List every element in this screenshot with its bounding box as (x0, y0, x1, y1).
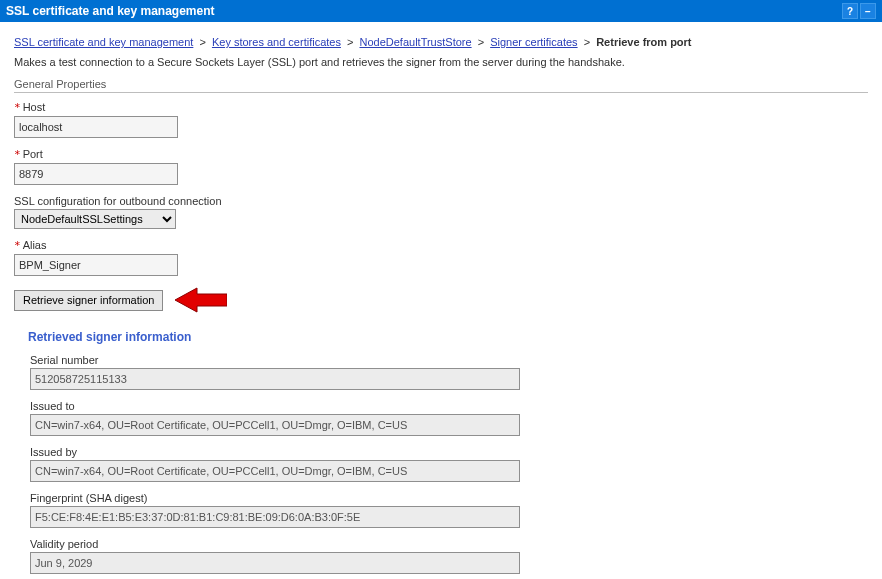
help-button[interactable]: ? (842, 3, 858, 19)
port-label-text: Port (23, 148, 43, 160)
port-label: *Port (14, 148, 868, 161)
field-issuedto: Issued to CN=win7-x64, OU=Root Certifica… (30, 400, 868, 436)
field-serial: Serial number 512058725115133 (30, 354, 868, 390)
field-host: *Host (14, 101, 868, 138)
port-input[interactable] (14, 163, 178, 185)
breadcrumb-link-ssl[interactable]: SSL certificate and key management (14, 36, 193, 48)
sslconf-label: SSL configuration for outbound connectio… (14, 195, 868, 207)
alias-input[interactable] (14, 254, 178, 276)
content-area: SSL certificate and key management > Key… (0, 22, 882, 579)
minimize-button[interactable]: − (860, 3, 876, 19)
alias-label: *Alias (14, 239, 868, 252)
retrieved-block: Serial number 512058725115133 Issued to … (14, 354, 868, 574)
fingerprint-label: Fingerprint (SHA digest) (30, 492, 868, 504)
serial-value: 512058725115133 (30, 368, 520, 390)
page-description: Makes a test connection to a Secure Sock… (14, 56, 868, 68)
breadcrumb-sep: > (478, 36, 484, 48)
issuedby-value: CN=win7-x64, OU=Root Certificate, OU=PCC… (30, 460, 520, 482)
host-label: *Host (14, 101, 868, 114)
titlebar: SSL certificate and key management ? − (0, 0, 882, 22)
host-input[interactable] (14, 116, 178, 138)
host-label-text: Host (23, 101, 46, 113)
retrieve-row: Retrieve signer information (14, 286, 868, 314)
issuedto-value: CN=win7-x64, OU=Root Certificate, OU=PCC… (30, 414, 520, 436)
issuedto-label: Issued to (30, 400, 868, 412)
validity-label: Validity period (30, 538, 868, 550)
titlebar-title: SSL certificate and key management (6, 4, 215, 18)
field-fingerprint: Fingerprint (SHA digest) F5:CE:F8:4E:E1:… (30, 492, 868, 528)
breadcrumb-sep: > (347, 36, 353, 48)
field-port: *Port (14, 148, 868, 185)
issuedby-label: Issued by (30, 446, 868, 458)
alias-label-text: Alias (23, 239, 47, 251)
breadcrumb-link-truststore[interactable]: NodeDefaultTrustStore (360, 36, 472, 48)
breadcrumb-sep: > (584, 36, 590, 48)
field-sslconf: SSL configuration for outbound connectio… (14, 195, 868, 229)
breadcrumb-current: Retrieve from port (596, 36, 691, 48)
fingerprint-value: F5:CE:F8:4E:E1:B5:E3:37:0D:81:B1:C9:81:B… (30, 506, 520, 528)
required-marker: * (14, 101, 21, 114)
retrieve-signer-button[interactable]: Retrieve signer information (14, 290, 163, 311)
field-alias: *Alias (14, 239, 868, 276)
retrieved-heading: Retrieved signer information (28, 330, 854, 344)
required-marker: * (14, 148, 21, 161)
breadcrumb-sep: > (199, 36, 205, 48)
breadcrumb-link-signer[interactable]: Signer certificates (490, 36, 577, 48)
field-validity: Validity period Jun 9, 2029 (30, 538, 868, 574)
required-marker: * (14, 239, 21, 252)
validity-value: Jun 9, 2029 (30, 552, 520, 574)
svg-marker-0 (175, 288, 227, 312)
breadcrumb-link-keystores[interactable]: Key stores and certificates (212, 36, 341, 48)
window-buttons: ? − (842, 3, 876, 19)
breadcrumb: SSL certificate and key management > Key… (14, 36, 868, 48)
serial-label: Serial number (30, 354, 868, 366)
red-arrow-annotation-icon (175, 286, 227, 314)
section-title: General Properties (14, 78, 868, 93)
sslconf-select[interactable]: NodeDefaultSSLSettings (14, 209, 176, 229)
field-issuedby: Issued by CN=win7-x64, OU=Root Certifica… (30, 446, 868, 482)
